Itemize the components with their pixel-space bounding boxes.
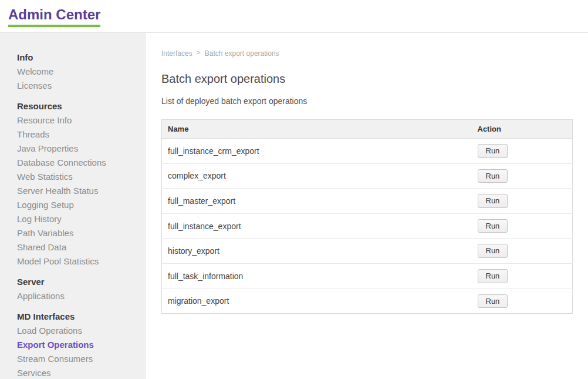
export-operations-table: Name Action full_instance_crm_exportRunc… (161, 119, 573, 314)
operation-name-cell: full_instance_crm_export (162, 139, 472, 164)
sidebar-section-title: Server (17, 275, 140, 289)
operation-name-cell: history_export (162, 239, 472, 264)
table-row: full_instance_crm_exportRun (162, 139, 573, 164)
column-header-action: Action (472, 120, 573, 139)
page-subtitle: List of deployed batch export operations (161, 96, 588, 106)
table-row: history_exportRun (162, 239, 573, 264)
sidebar-item-threads[interactable]: Threads (17, 128, 140, 142)
main-content: Interfaces > Batch export operations Bat… (146, 33, 588, 379)
run-button[interactable]: Run (478, 244, 508, 258)
sidebar-item-java-properties[interactable]: Java Properties (17, 142, 140, 156)
page-layout: InfoWelcomeLicensesResourcesResource Inf… (0, 33, 588, 379)
operation-action-cell: Run (472, 213, 573, 239)
sidebar-item-shared-data[interactable]: Shared Data (17, 240, 140, 254)
sidebar-section: MD InterfacesLoad OperationsExport Opera… (17, 310, 140, 379)
run-button[interactable]: Run (478, 294, 508, 308)
operation-name-cell: full_task_information (162, 263, 472, 289)
breadcrumb: Interfaces > Batch export operations (161, 49, 588, 58)
table-header-row: Name Action (162, 120, 573, 139)
app-title[interactable]: Admin Center (8, 7, 100, 27)
sidebar-item-export-operations[interactable]: Export Operations (17, 338, 140, 352)
operation-action-cell: Run (472, 189, 573, 214)
breadcrumb-item-current: Batch export operations (205, 49, 279, 58)
sidebar-item-logging-setup[interactable]: Logging Setup (17, 198, 140, 212)
sidebar-item-load-operations[interactable]: Load Operations (17, 324, 140, 338)
sidebar-item-web-statistics[interactable]: Web Statistics (17, 170, 140, 184)
sidebar-item-applications[interactable]: Applications (17, 289, 140, 303)
run-button[interactable]: Run (478, 269, 508, 283)
sidebar-item-services[interactable]: Services (17, 366, 140, 379)
run-button[interactable]: Run (478, 194, 508, 208)
operation-action-cell: Run (472, 289, 573, 314)
sidebar-item-log-history[interactable]: Log History (17, 212, 140, 226)
sidebar-item-database-connections[interactable]: Database Connections (17, 156, 140, 170)
operation-name-cell: migration_export (162, 289, 472, 314)
sidebar-item-welcome[interactable]: Welcome (17, 65, 140, 79)
sidebar-item-path-variables[interactable]: Path Variables (17, 226, 140, 240)
operation-action-cell: Run (472, 139, 573, 164)
table-row: full_master_exportRun (162, 189, 573, 214)
breadcrumb-item-interfaces[interactable]: Interfaces (161, 49, 192, 58)
sidebar-item-licenses[interactable]: Licenses (17, 79, 140, 93)
operation-name-cell: full_instance_export (162, 213, 472, 239)
column-header-name: Name (162, 120, 472, 139)
sidebar-section-title: MD Interfaces (17, 310, 140, 324)
operation-action-cell: Run (472, 239, 573, 264)
sidebar-item-stream-consumers[interactable]: Stream Consumers (17, 352, 140, 366)
operation-action-cell: Run (472, 163, 573, 189)
run-button[interactable]: Run (478, 144, 508, 158)
app-header: Admin Center (0, 0, 588, 33)
table-row: full_task_informationRun (162, 263, 573, 289)
operation-name-cell: complex_export (162, 163, 472, 189)
sidebar-section: ServerApplications (17, 275, 140, 303)
sidebar-section: ResourcesResource InfoThreadsJava Proper… (17, 99, 140, 269)
breadcrumb-separator-icon: > (197, 49, 200, 56)
operation-action-cell: Run (472, 263, 573, 289)
sidebar-section: InfoWelcomeLicenses (17, 51, 140, 93)
sidebar-item-resource-info[interactable]: Resource Info (17, 113, 140, 128)
table-row: migration_exportRun (162, 289, 573, 314)
table-row: complex_exportRun (162, 163, 573, 189)
sidebar-section-title: Resources (17, 99, 140, 113)
run-button[interactable]: Run (478, 169, 508, 183)
sidebar-item-model-pool-statistics[interactable]: Model Pool Statistics (17, 254, 140, 269)
sidebar: InfoWelcomeLicensesResourcesResource Inf… (0, 33, 146, 379)
run-button[interactable]: Run (478, 219, 508, 233)
sidebar-section-title: Info (17, 51, 140, 65)
page-title: Batch export operations (161, 72, 588, 86)
sidebar-item-server-health-status[interactable]: Server Health Status (17, 184, 140, 198)
table-row: full_instance_exportRun (162, 213, 573, 239)
operation-name-cell: full_master_export (162, 189, 472, 214)
